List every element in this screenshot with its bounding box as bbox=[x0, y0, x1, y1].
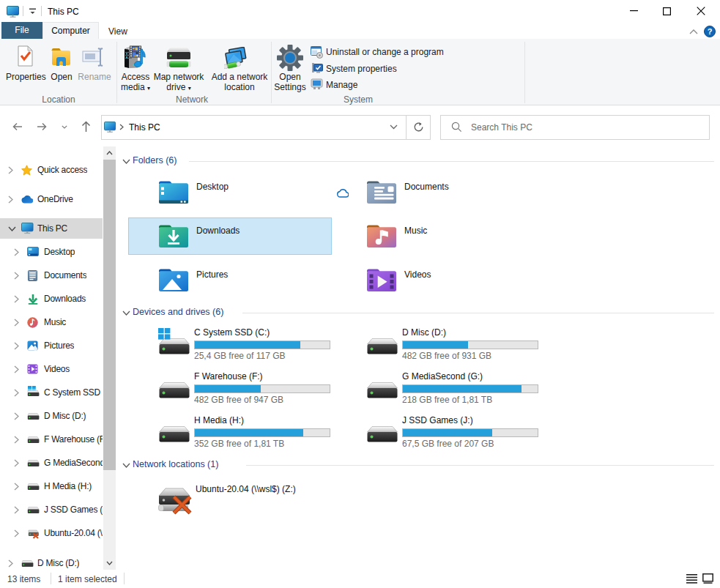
svg-text:?: ? bbox=[708, 27, 713, 36]
